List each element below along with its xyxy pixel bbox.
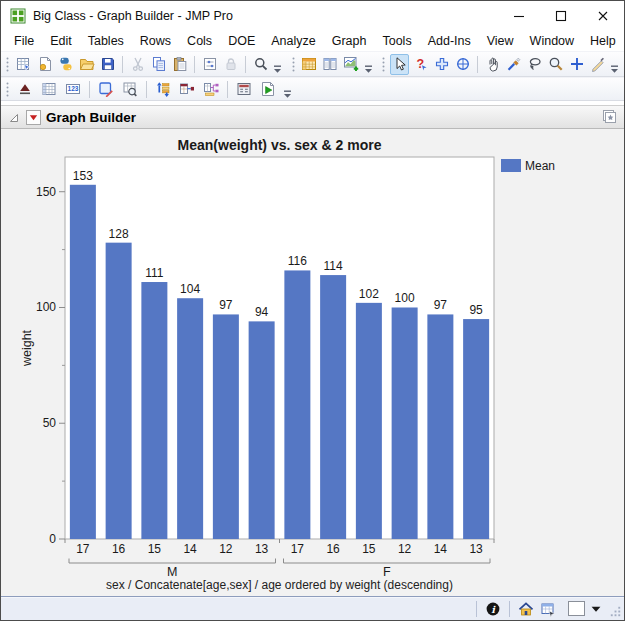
split-columns-icon[interactable] — [200, 79, 222, 100]
annotate-tool-icon[interactable] — [589, 54, 608, 75]
bar-F-14[interactable] — [427, 314, 453, 539]
window-list-icon[interactable] — [538, 599, 558, 619]
select-edit-icon[interactable] — [95, 79, 117, 100]
python-icon[interactable] — [56, 54, 75, 75]
copy-icon[interactable] — [149, 54, 168, 75]
bar-M-14[interactable] — [177, 298, 203, 539]
toolbar-separator — [245, 56, 246, 73]
menu-help[interactable]: Help — [582, 32, 624, 50]
toolbar-overflow-button[interactable] — [363, 53, 373, 75]
search-icon[interactable] — [251, 54, 270, 75]
tabulate-icon[interactable] — [233, 79, 255, 100]
bar-F-16[interactable] — [320, 275, 346, 539]
run-script-icon[interactable] — [257, 79, 279, 100]
toolbar-tables: 123 — [1, 77, 624, 101]
bar-F-17[interactable] — [284, 270, 310, 539]
cut-icon — [128, 54, 147, 75]
bar-value-label: 97 — [434, 298, 448, 312]
legend-swatch[interactable] — [501, 159, 521, 172]
magnifier-tool-icon[interactable] — [546, 54, 565, 75]
menu-rows[interactable]: Rows — [132, 32, 179, 50]
graph-builder-canvas[interactable]: Mean(weight) vs. sex & 2 moreMean0501001… — [1, 129, 624, 596]
toolbar-grip[interactable] — [381, 56, 386, 74]
crosshairs-tool-icon[interactable] — [432, 54, 451, 75]
paste-icon[interactable] — [170, 54, 189, 75]
y-tick-label: 100 — [36, 300, 56, 314]
close-button[interactable] — [582, 1, 624, 31]
red-triangle-menu-button[interactable] — [26, 110, 41, 125]
menu-tables[interactable]: Tables — [80, 32, 132, 50]
maximize-button[interactable] — [540, 1, 582, 31]
bar-M-12[interactable] — [213, 314, 239, 539]
menu-view[interactable]: View — [479, 32, 522, 50]
toolbar-overflow-button[interactable] — [281, 78, 293, 100]
lasso-tool-icon[interactable] — [525, 54, 544, 75]
color-well[interactable] — [568, 601, 585, 616]
columns-viewer-icon[interactable] — [321, 54, 340, 75]
toolbar-grip[interactable] — [5, 81, 10, 99]
y-tick-label: 50 — [43, 416, 57, 430]
info-icon[interactable]: i — [483, 599, 503, 619]
help-tool-icon[interactable]: ? — [411, 54, 430, 75]
brush-tool-icon[interactable] — [504, 54, 523, 75]
resize-grip-icon[interactable] — [607, 599, 623, 619]
menu-tools[interactable]: Tools — [374, 32, 419, 50]
toolbar-separator — [194, 56, 195, 73]
grabber-tool-icon[interactable] — [483, 54, 502, 75]
legend-label: Mean — [525, 159, 555, 173]
stack-columns-icon[interactable] — [152, 79, 174, 100]
menu-analyze[interactable]: Analyze — [263, 32, 323, 50]
group-bracket — [69, 559, 276, 564]
category-tick-label: 12 — [219, 542, 233, 556]
menu-graph[interactable]: Graph — [324, 32, 375, 50]
grid-view-icon[interactable] — [38, 79, 60, 100]
menu-cols[interactable]: Cols — [179, 32, 220, 50]
toolbar-grip[interactable] — [5, 56, 10, 74]
bar-F-15[interactable] — [356, 303, 382, 539]
menu-addins[interactable]: Add-Ins — [420, 32, 479, 50]
bar-M-16[interactable] — [106, 243, 132, 539]
category-tick-label: 14 — [434, 542, 448, 556]
color-well-dropdown-icon[interactable] — [587, 599, 605, 619]
arrow-tool-icon[interactable] — [390, 54, 409, 75]
bar-value-label: 128 — [109, 227, 129, 241]
table-search-icon[interactable] — [119, 79, 141, 100]
toolbar-grip[interactable] — [291, 56, 296, 74]
home-window-icon[interactable] — [516, 599, 536, 619]
new-data-table-icon[interactable] — [14, 54, 33, 75]
menu-doe[interactable]: DOE — [220, 32, 263, 50]
bar-value-label: 100 — [395, 291, 415, 305]
category-tick-label: 16 — [326, 542, 340, 556]
menu-window[interactable]: Window — [522, 32, 582, 50]
minimize-button[interactable] — [498, 1, 540, 31]
open-data-table-icon[interactable] — [77, 54, 96, 75]
bar-F-13[interactable] — [463, 319, 489, 539]
disclosure-triangle-icon[interactable] — [6, 110, 21, 125]
bar-M-17[interactable] — [70, 185, 96, 539]
category-tick-label: 13 — [255, 542, 269, 556]
new-graph-icon[interactable] — [342, 54, 361, 75]
y-tick-label: 0 — [49, 532, 56, 546]
y-tick-label: 150 — [36, 185, 56, 199]
save-icon[interactable] — [98, 54, 117, 75]
crosshair-plus-tool-icon[interactable] — [568, 54, 587, 75]
bar-M-15[interactable] — [141, 282, 167, 539]
bar-chart[interactable]: Mean(weight) vs. sex & 2 moreMean0501001… — [1, 129, 624, 596]
menu-file[interactable]: File — [6, 32, 42, 50]
toolbar-overflow-button[interactable] — [610, 53, 620, 75]
bookmark-button[interactable] — [601, 109, 619, 126]
statusbar-separator — [509, 601, 510, 617]
data-table-icon[interactable] — [300, 54, 319, 75]
join-tables-icon[interactable] — [176, 79, 198, 100]
sort-icon[interactable] — [14, 79, 36, 100]
toolbar-overflow-button[interactable] — [273, 53, 283, 75]
bar-F-12[interactable] — [392, 307, 418, 539]
bar-M-13[interactable] — [249, 321, 275, 539]
window-title: Big Class - Graph Builder - JMP Pro — [33, 9, 498, 23]
journal-icon[interactable] — [200, 54, 219, 75]
target-tool-icon[interactable] — [453, 54, 472, 75]
new-script-icon[interactable] — [35, 54, 54, 75]
numeric-format-icon[interactable]: 123 — [62, 79, 84, 100]
menu-edit[interactable]: Edit — [42, 32, 80, 50]
x-axis-label: sex / Concatenate[age,sex] / age ordered… — [106, 578, 453, 592]
